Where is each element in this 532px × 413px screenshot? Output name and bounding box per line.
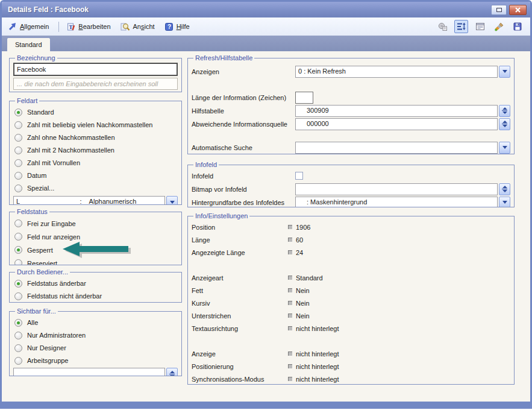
save-button[interactable] [510,20,524,33]
close-button[interactable] [509,5,527,15]
menu-bearbeiten[interactable]: T Bearbeiten [66,22,110,31]
radio-feldart-ohne[interactable]: Zahl ohne Nachkommastellen [14,131,178,143]
infofeld-checkbox[interactable] [295,172,303,180]
bullet-icon [288,314,292,318]
radio-frei-zur-eingabe[interactable]: Frei zur Eingabe [14,217,178,230]
dropdown-button[interactable] [166,196,178,205]
title-bar: Details Feld : Facebook [2,2,530,17]
radio-feldart-beliebig[interactable]: Zahl mit beliebig vielen Nachkommastelle… [14,119,178,131]
bezeichnung-input[interactable] [13,63,178,76]
bullet-icon [288,225,292,229]
brush-icon [494,22,504,31]
info-row-positionierung: Positionierungnicht hinterlegt [192,360,510,373]
bullet-icon [288,238,292,242]
spinner-button[interactable] [499,118,510,130]
bullet-icon [288,377,292,381]
brush-button[interactable] [492,20,505,33]
window-title: Details Feld : Facebook [8,5,491,14]
info-row-textausrichtung: Textausrichtungnicht hinterlegt [192,322,510,335]
menu-separator [58,22,59,32]
group-title: Bezeichnung [15,54,57,61]
info-value: Nein [296,300,310,307]
radio-icon [14,121,22,129]
menu-label: Ansicht [133,23,155,30]
hilfstabelle-spinner[interactable]: 300909 [295,105,510,117]
radio-feldart-zwei[interactable]: Zahl mit 2 Nachkommastellen [14,144,178,156]
radio-icon [14,344,22,352]
radio-gesperrt[interactable]: Gesperrt [14,244,178,256]
informationsquelle-spinner[interactable]: 000000 [295,118,510,130]
info-row-angezeigte-laenge: Angezeigte Länge24 [192,246,510,259]
spin-up-icon [170,371,175,373]
minimize-icon [496,8,502,12]
hintergrundfarbe-select[interactable]: : Maskenhintergrund [295,197,510,208]
radio-feldart-datum[interactable]: Datum [14,169,178,181]
form-icon [475,22,485,31]
spinner-button[interactable] [499,183,510,195]
anzeigen-select[interactable]: 0 : Kein Refresh [295,66,510,78]
field-label: Anzeigen [192,68,295,75]
group-title: Feldart [15,97,39,104]
menu-ansicht[interactable]: Ansicht [120,22,155,31]
radio-arbeitsgruppe[interactable]: Arbeitsgruppe [14,355,178,367]
radio-icon [14,134,22,142]
chevron-down-icon [502,70,507,73]
laenge-information-input[interactable] [295,92,313,104]
arrow-up-right-icon [8,22,17,31]
tab-standard[interactable]: Standard [7,37,51,51]
radio-icon [14,159,22,167]
radio-feldart-standard[interactable]: Standard [14,106,178,118]
radio-feldstatus-nicht-aenderbar[interactable]: Feldstatus nicht änderbar [14,290,178,302]
sort-button[interactable] [454,20,468,33]
arbeitsgruppe-spinner[interactable] [13,368,178,376]
dropdown-button[interactable] [499,142,510,154]
dropdown-button[interactable] [499,197,510,208]
info-value: nicht hinterlegt [296,363,339,370]
chevron-down-icon [502,146,507,149]
magnifier-icon [120,22,130,31]
form-button[interactable] [473,20,487,33]
radio-feldart-spezial[interactable]: Spezial... [14,182,178,194]
radio-alle[interactable]: Alle [14,317,178,329]
radio-reserviert[interactable]: Reserviert [14,257,178,265]
group-title: Infofeld [193,161,219,168]
radio-nur-designer[interactable]: Nur Designer [14,342,178,354]
radio-icon [14,357,22,365]
field-label: Bitmap vor Infofeld [192,186,295,193]
bullet-icon [288,288,292,292]
radio-icon [14,292,22,300]
radio-feldstatus-aenderbar[interactable]: Feldstatus änderbar [14,277,178,289]
chevron-down-icon [502,201,507,204]
spinner-button[interactable] [499,105,510,117]
field-label: Infofeld [192,172,295,180]
dropdown-button[interactable] [499,66,510,78]
feldart-type-select[interactable]: L:Alphanumerisch [13,196,178,205]
save-icon [513,22,522,31]
menu-hilfe[interactable]: ? Hilfe [164,22,190,31]
radio-feld-nur-anzeigen[interactable]: Feld nur anzeigen [14,230,178,243]
bullet-icon [288,352,292,356]
menu-allgemein[interactable]: Allgemein [8,22,49,31]
bitmap-spinner[interactable] [295,183,510,195]
automatische-suche-select[interactable] [295,142,510,154]
bullet-icon [288,326,292,330]
info-row-position: Position1906 [192,221,510,233]
radio-feldart-vornullen[interactable]: Zahl mit Vornullen [14,157,178,169]
radio-icon [14,332,22,339]
info-row-synchronisations-modus: Synchronisations-Modusnicht hinterlegt [192,373,510,385]
menu-label: Allgemein [20,23,49,30]
radio-nur-administratoren[interactable]: Nur Administratoren [14,329,178,341]
spin-down-icon [170,375,175,377]
sort-icon [457,22,466,31]
spin-down-icon [502,190,507,192]
field-label: Abweichende Informationsquelle [192,121,295,128]
field-label: Hintergrundfarbe des Infofeldes [192,199,295,206]
stamp-icon [438,22,448,31]
info-value: nicht hinterlegt [296,325,339,332]
stamp-button[interactable] [436,20,449,33]
group-title: Info/Einstellungen [193,212,249,219]
minimize-button[interactable] [491,5,507,15]
spinner-button[interactable] [166,368,178,376]
group-info-einstellungen: Info/Einstellungen Position1906 Länge60 … [187,212,515,385]
info-row-fett: FettNein [192,284,510,297]
